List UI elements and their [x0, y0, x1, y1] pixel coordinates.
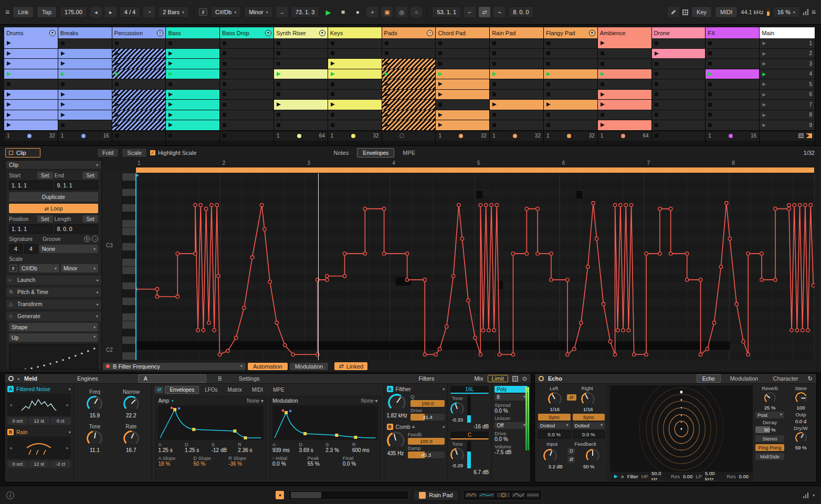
- track-header[interactable]: Breaks: [58, 27, 112, 38]
- semitone-field[interactable]: 12 st: [29, 460, 49, 468]
- mod-envelope-graph[interactable]: [272, 405, 378, 440]
- clip-slot[interactable]: [4, 110, 58, 121]
- a-slope-field[interactable]: 18 %: [158, 461, 193, 467]
- clip-slot[interactable]: [274, 120, 328, 131]
- clip-slot[interactable]: [490, 38, 543, 49]
- clip-slot[interactable]: [4, 120, 58, 131]
- loop-position-field[interactable]: 1. 1. 1: [9, 224, 53, 234]
- filter-b-freq-value[interactable]: 435 Hz: [387, 450, 404, 456]
- limit-toggle[interactable]: Limit: [488, 375, 508, 382]
- highlight-scale-checkbox[interactable]: ✓Highlight Scale: [150, 150, 196, 156]
- loop-length-field[interactable]: 8. 0. 0: [508, 6, 534, 18]
- clip-slot[interactable]: [706, 100, 759, 110]
- clip-slot[interactable]: [436, 79, 489, 90]
- clip-view-tab[interactable]: Clip: [5, 148, 40, 158]
- clip-slot[interactable]: [112, 38, 166, 49]
- track-chevron-badge[interactable]: ▾: [589, 30, 595, 36]
- track-chevron-badge[interactable]: ▾: [319, 30, 325, 36]
- clip-slot[interactable]: [220, 100, 273, 110]
- time-signature-field[interactable]: 4 / 4: [120, 6, 140, 18]
- dry-wet-value[interactable]: 59 %: [795, 445, 807, 450]
- clip-slot[interactable]: [436, 69, 489, 80]
- initial-field[interactable]: 0.0 %: [272, 461, 308, 467]
- clip-slot[interactable]: [58, 69, 112, 80]
- clip-slot[interactable]: [274, 90, 328, 100]
- track-header[interactable]: Drone: [652, 27, 706, 38]
- clip-slot[interactable]: [112, 110, 166, 121]
- clip-slot[interactable]: [382, 69, 436, 80]
- clip-slot[interactable]: [328, 79, 382, 90]
- clip-section-header[interactable]: Clip▾: [6, 161, 101, 170]
- clip-slot[interactable]: [598, 49, 651, 59]
- amp-route-menu[interactable]: None ▾: [247, 398, 264, 404]
- voice-mode-menu[interactable]: Poly▾: [494, 386, 528, 393]
- modulation-tab[interactable]: Modulation: [290, 363, 329, 370]
- scene-slot[interactable]: ▶7: [760, 100, 815, 110]
- right-sync-toggle[interactable]: Sync: [573, 414, 605, 421]
- clip-slot[interactable]: [112, 120, 166, 131]
- phase-invert-toggle[interactable]: Ø: [567, 456, 575, 463]
- voice-count-menu[interactable]: 8▾: [494, 394, 528, 401]
- clip-slot[interactable]: [382, 120, 436, 131]
- clip-slot[interactable]: [598, 38, 651, 49]
- clip-slot[interactable]: [652, 110, 706, 121]
- new-button[interactable]: +: [366, 7, 378, 17]
- pitch-time-section-header[interactable]: ⇅Pitch & Time◂: [6, 287, 101, 297]
- tab-envelopes[interactable]: Envelopes: [165, 386, 199, 394]
- mpe-tab[interactable]: MPE: [397, 149, 420, 157]
- clip-slot[interactable]: [166, 90, 219, 100]
- signature-denominator-field[interactable]: 4: [24, 244, 38, 254]
- track-header[interactable]: Bass: [166, 27, 219, 38]
- semitone-field[interactable]: 12 st: [29, 417, 49, 425]
- clip-slot[interactable]: [652, 59, 706, 69]
- clip-slot[interactable]: [490, 120, 543, 131]
- spread-field[interactable]: 0.0 %: [494, 408, 528, 414]
- clip-slot[interactable]: [220, 110, 273, 121]
- nudge-down-button[interactable]: ◂: [90, 7, 102, 17]
- track-header[interactable]: Drums▾: [4, 27, 58, 38]
- clip-slot[interactable]: [436, 100, 489, 110]
- clip-slot[interactable]: [382, 100, 436, 110]
- stop-all-clips-icon[interactable]: [806, 133, 812, 138]
- octave-field[interactable]: 0 oct: [7, 460, 28, 468]
- engine-a-selector[interactable]: AFiltered Noise▾: [7, 386, 71, 392]
- feedback-value[interactable]: 50 %: [583, 464, 595, 469]
- scrollbar-handle[interactable]: [291, 492, 321, 498]
- clip-slot[interactable]: [652, 79, 706, 90]
- track-lines-badge[interactable]: ≡: [157, 30, 163, 36]
- clip-slot[interactable]: [166, 110, 219, 121]
- tempo-field[interactable]: 175.00: [60, 6, 87, 18]
- decay-slider[interactable]: 50 %: [755, 426, 784, 433]
- clip-slot[interactable]: [706, 90, 759, 100]
- clip-slot[interactable]: [382, 38, 436, 49]
- left-offset-field[interactable]: 0.0 %: [538, 430, 571, 438]
- tab-mpe[interactable]: MPE: [269, 386, 289, 393]
- clip-slot[interactable]: [652, 90, 706, 100]
- clip-slot[interactable]: [112, 79, 166, 90]
- track-header[interactable]: Synth Riser▾: [274, 27, 328, 38]
- clip-slot[interactable]: [166, 38, 219, 49]
- clip-slot[interactable]: [274, 49, 328, 59]
- io-button[interactable]: [682, 9, 688, 15]
- scale-root-menu[interactable]: C#/Db▾: [210, 6, 241, 18]
- clip-slot[interactable]: [58, 59, 112, 69]
- filter-display-toggle[interactable]: ▶: [614, 474, 618, 479]
- clip-slot[interactable]: [706, 110, 759, 121]
- clip-slot[interactable]: [220, 49, 273, 59]
- automation-curve[interactable]: [135, 173, 815, 360]
- clip-slot[interactable]: [328, 90, 382, 100]
- swap-icon[interactable]: ⇄: [155, 386, 163, 393]
- clip-slot[interactable]: [112, 90, 166, 100]
- reverb-value[interactable]: 25 %: [764, 405, 776, 411]
- clip-slot[interactable]: [328, 69, 382, 80]
- clip-slot[interactable]: [544, 79, 597, 90]
- set-position-button[interactable]: Set: [37, 215, 53, 223]
- track-header[interactable]: Flangy Pad▾: [544, 27, 597, 38]
- scene-slot[interactable]: ▶3: [760, 59, 815, 69]
- octave-field[interactable]: 0 oct: [7, 417, 28, 425]
- automation-arm-button[interactable]: ▣: [381, 7, 393, 17]
- r-slope-field[interactable]: -36 %: [228, 461, 264, 467]
- track-plus-badge[interactable]: +: [427, 30, 433, 36]
- scene-slot[interactable]: ▶8: [760, 110, 815, 121]
- track-header[interactable]: Chord Pad: [436, 27, 489, 38]
